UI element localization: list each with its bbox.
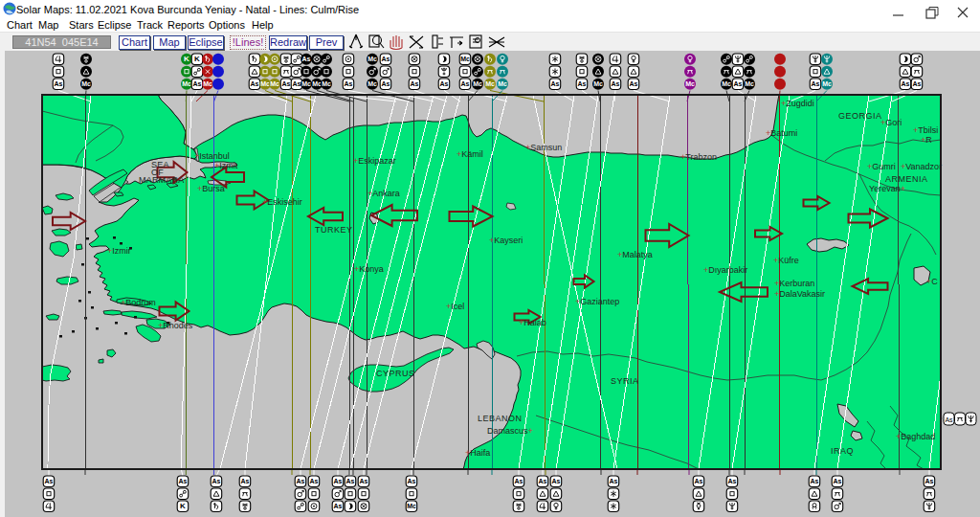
svg-text:As: As: [945, 416, 953, 423]
svg-text:+Kämil: +Kämil: [457, 149, 483, 159]
svg-text:Mc: Mc: [312, 80, 322, 87]
svg-text:Mc: Mc: [301, 80, 311, 87]
svg-text:+Haifa: +Haifa: [465, 448, 490, 458]
svg-text:Mc: Mc: [593, 80, 603, 87]
svg-text:As: As: [728, 478, 737, 484]
svg-text:As: As: [302, 56, 311, 62]
svg-text:+Trabzon: +Trabzon: [680, 152, 717, 162]
svg-text:+Eskipazar: +Eskipazar: [353, 156, 396, 166]
svg-text:As: As: [411, 80, 419, 87]
svg-text:Mc: Mc: [203, 80, 212, 87]
svg-text:As: As: [251, 80, 259, 87]
svg-text:As: As: [193, 80, 202, 87]
svg-text:K: K: [180, 502, 186, 510]
svg-text:Damascus+: Damascus+: [487, 426, 533, 436]
svg-text:As: As: [293, 80, 301, 87]
svg-text:As: As: [45, 478, 54, 484]
svg-text:As: As: [382, 56, 390, 62]
svg-text:Mc: Mc: [368, 80, 377, 87]
svg-text:+Batumi: +Batumi: [766, 128, 797, 138]
svg-text:As: As: [913, 80, 922, 87]
svg-text:As: As: [515, 478, 523, 484]
svg-text:As: As: [552, 478, 561, 484]
svg-text:+Izmit: +Izmit: [214, 161, 238, 170]
svg-text:As: As: [297, 478, 305, 484]
svg-text:+Vanadzor: +Vanadzor: [901, 162, 942, 171]
svg-text:+Gumri: +Gumri: [867, 162, 896, 171]
svg-text:IRAQ: IRAQ: [831, 446, 854, 456]
svg-text:+Zugdidi: +Zugdidi: [781, 99, 814, 108]
svg-text:As: As: [834, 478, 842, 484]
svg-text:K: K: [184, 55, 189, 63]
svg-text:+Kayseri: +Kayseri: [489, 236, 523, 245]
svg-text:Mc: Mc: [460, 56, 470, 62]
svg-text:+Halab: +Halab: [519, 318, 546, 327]
svg-text:As: As: [461, 80, 470, 87]
svg-text:As: As: [179, 478, 188, 484]
svg-text:As: As: [382, 80, 390, 87]
svg-text:As: As: [695, 478, 703, 484]
svg-text:GEORGIA: GEORGIA: [838, 111, 882, 121]
svg-text:As: As: [734, 80, 743, 87]
svg-text:+Izmir: +Izmir: [107, 246, 131, 256]
svg-text:Mc: Mc: [745, 80, 754, 87]
svg-text:Mc: Mc: [498, 80, 507, 87]
svg-text:As: As: [925, 478, 934, 484]
svg-text:As: As: [282, 80, 291, 87]
svg-text:As: As: [630, 80, 638, 87]
svg-text:+Kerburan: +Kerburan: [774, 279, 814, 288]
svg-text:+Ankara: +Ankara: [368, 189, 400, 198]
svg-text:+R: +R: [921, 135, 932, 145]
svg-text:As: As: [539, 478, 547, 484]
svg-text:K: K: [194, 55, 200, 63]
svg-text:MARMARA: MARMARA: [139, 175, 184, 185]
svg-text:Mc: Mc: [368, 56, 377, 62]
svg-text:As: As: [55, 80, 63, 87]
svg-text:As: As: [902, 80, 910, 87]
svg-text:LEBANON: LEBANON: [478, 414, 523, 423]
svg-text:As: As: [241, 478, 250, 484]
svg-text:As: As: [212, 478, 221, 484]
svg-text:Mc: Mc: [322, 80, 331, 87]
svg-text:As: As: [310, 478, 319, 484]
svg-text:As: As: [408, 478, 416, 484]
svg-text:Mc: Mc: [685, 80, 695, 87]
svg-text:+DalaVakasir: +DalaVakasir: [774, 289, 825, 299]
svg-text:As: As: [345, 80, 353, 87]
svg-text:SYRIA: SYRIA: [611, 376, 639, 386]
svg-text:Yerevan+: Yerevan+: [869, 184, 905, 193]
svg-text:+Konya: +Konya: [354, 264, 384, 274]
svg-text:CYPRUS: CYPRUS: [376, 369, 415, 378]
svg-text:As: As: [346, 478, 355, 484]
svg-text:As: As: [812, 80, 820, 87]
svg-text:As: As: [612, 80, 620, 87]
svg-text:Mc: Mc: [81, 80, 91, 87]
svg-text:Mc: Mc: [722, 80, 731, 87]
svg-text:+Malatya: +Malatya: [617, 250, 653, 259]
svg-text:Mc: Mc: [270, 80, 279, 87]
svg-text:Mc: Mc: [485, 80, 495, 87]
svg-text:As: As: [578, 80, 587, 87]
svg-text:+Gori: +Gori: [880, 118, 902, 127]
svg-text:As: As: [811, 478, 819, 484]
svg-text:As: As: [360, 478, 368, 484]
svg-text:+Samsun: +Samsun: [525, 143, 562, 152]
svg-text:+Icel: +Icel: [446, 302, 464, 311]
svg-text:+Bodrum: +Bodrum: [121, 298, 156, 307]
svg-text:Mc: Mc: [473, 80, 482, 87]
svg-text:As: As: [334, 478, 343, 484]
svg-text:As: As: [334, 503, 343, 509]
svg-text:+Bursa: +Bursa: [197, 184, 225, 193]
svg-text:Mc: Mc: [822, 80, 832, 87]
svg-text:Mc: Mc: [260, 80, 270, 87]
svg-text:Mc: Mc: [407, 503, 416, 509]
svg-text:As: As: [440, 80, 449, 87]
svg-text:+Istanbul: +Istanbul: [194, 151, 230, 161]
svg-text:As: As: [610, 478, 618, 484]
svg-text:+Dıyarbakir: +Dıyarbakir: [703, 265, 747, 275]
svg-text:+Gaziantep: +Gaziantep: [575, 297, 619, 306]
svg-text:TURKEY: TURKEY: [315, 225, 353, 235]
svg-text:Mc: Mc: [182, 80, 191, 87]
svg-text:+Rhodes: +Rhodes: [158, 321, 193, 330]
svg-text:+Eskisehir: +Eskisehir: [262, 197, 302, 207]
